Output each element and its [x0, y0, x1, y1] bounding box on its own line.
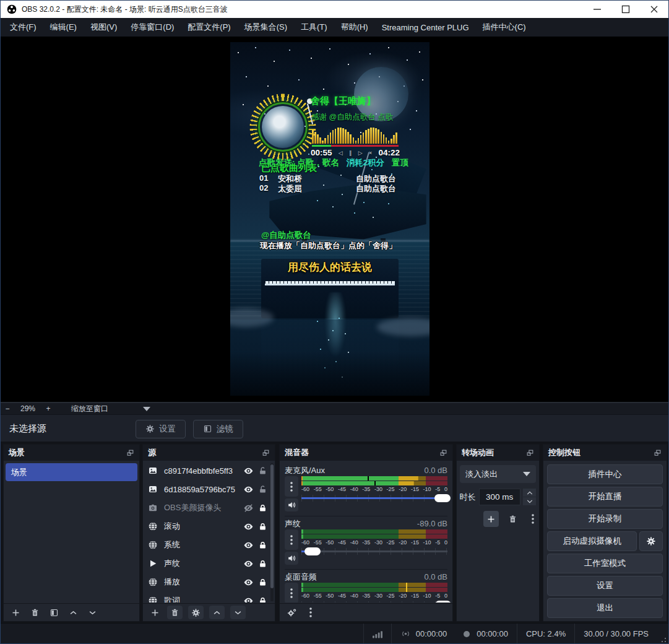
popup-icon[interactable]	[654, 449, 662, 457]
lock-open-icon[interactable]	[256, 466, 270, 476]
popup-icon[interactable]	[526, 449, 534, 457]
menu-view[interactable]: 视图(V)	[84, 18, 124, 37]
volume-slider[interactable]	[301, 600, 447, 603]
remove-transition-button[interactable]	[507, 512, 519, 526]
sources-scrollbar[interactable]	[270, 463, 274, 601]
lock-closed-icon[interactable]	[256, 522, 270, 531]
menu-help[interactable]: 帮助(H)	[334, 18, 375, 37]
transition-menu-button[interactable]	[527, 512, 539, 526]
volume-slider[interactable]	[301, 494, 447, 503]
add-transition-button[interactable]	[483, 511, 499, 527]
lock-open-icon[interactable]	[256, 485, 270, 494]
start-streaming-button[interactable]: 开始直播	[547, 487, 663, 507]
visibility-icon[interactable]	[241, 466, 256, 476]
menu-docks[interactable]: 停靠窗口(D)	[124, 18, 181, 37]
remove-source-button[interactable]	[167, 606, 183, 619]
duration-increase-button[interactable]	[523, 489, 536, 497]
start-recording-button[interactable]: 开始录制	[547, 509, 663, 529]
move-scene-up-button[interactable]	[66, 606, 80, 619]
source-properties-button[interactable]	[188, 606, 204, 619]
zoom-dropdown-icon[interactable]	[143, 407, 150, 411]
close-button[interactable]	[640, 1, 668, 18]
popup-icon[interactable]	[439, 449, 447, 457]
volume-slider[interactable]	[301, 547, 447, 556]
menu-profile[interactable]: 配置文件(P)	[181, 18, 237, 37]
duration-input[interactable]: 300 ms	[479, 489, 520, 505]
source-row[interactable]: OBS美颜摄像头	[143, 498, 275, 517]
exit-button[interactable]: 退出	[547, 598, 663, 618]
menu-file[interactable]: 文件(F)	[3, 18, 43, 37]
resize-grip[interactable]	[658, 635, 666, 642]
scene-item-selected[interactable]: 场景	[6, 463, 137, 481]
fit-to-window-label[interactable]: 缩放至窗口	[71, 404, 108, 414]
filters-button[interactable]: 滤镜	[193, 420, 243, 438]
lock-closed-icon[interactable]	[256, 596, 270, 603]
plugin-center-button[interactable]: 插件中心	[547, 464, 663, 484]
speaker-icon[interactable]	[285, 552, 298, 565]
remove-scene-button[interactable]	[28, 606, 41, 619]
source-row[interactable]: c8917f4ebbfbfe5ff3	[143, 461, 275, 480]
menu-tools[interactable]: 工具(T)	[294, 18, 334, 37]
speaker-icon[interactable]	[285, 498, 298, 511]
channel-menu-button[interactable]	[285, 583, 298, 603]
duration-decrease-button[interactable]	[523, 497, 536, 505]
visibility-off-icon[interactable]	[241, 503, 256, 513]
mixer-menu-button[interactable]	[304, 606, 317, 619]
move-source-up-button[interactable]	[209, 606, 225, 619]
scenes-panel-header[interactable]: 场景	[4, 445, 139, 461]
visibility-icon[interactable]	[241, 559, 256, 569]
source-row[interactable]: 滚动	[143, 517, 275, 536]
minimize-button[interactable]	[583, 1, 611, 18]
popup-icon[interactable]	[126, 449, 134, 457]
visibility-icon[interactable]	[241, 577, 256, 588]
source-row[interactable]: 歌词	[143, 591, 275, 603]
source-row[interactable]: 6d18859a5796bc75	[143, 480, 275, 498]
add-source-button[interactable]	[148, 606, 162, 619]
overlay-now-user: @自助点歌台	[261, 230, 311, 241]
controls-panel-header[interactable]: 控制按钮	[543, 445, 667, 461]
lock-closed-icon[interactable]	[256, 578, 270, 587]
add-scene-button[interactable]	[9, 606, 22, 619]
move-source-down-button[interactable]	[230, 606, 246, 619]
maximize-button[interactable]	[611, 1, 640, 18]
zoom-in-button[interactable]: +	[41, 404, 55, 413]
button-label: 启动虚拟摄像机	[563, 536, 621, 547]
scene-filters-button[interactable]	[47, 606, 61, 619]
menu-streaming-center[interactable]: Streaming Center PLUG	[375, 18, 476, 37]
volume-slider-handle[interactable]	[435, 601, 451, 603]
source-row[interactable]: 系统	[143, 536, 275, 554]
titlebar[interactable]: OBS 32.0.2 - 配置文件: 未命名 - 场景: 听云通用S点歌台三音波	[1, 1, 668, 18]
globe-icon	[148, 577, 158, 587]
menu-edit[interactable]: 编辑(E)	[43, 18, 84, 37]
lock-closed-icon[interactable]	[256, 559, 270, 568]
transitions-panel-header[interactable]: 转场动画	[457, 445, 539, 461]
channel-db: -89.0 dB	[417, 519, 447, 528]
volume-slider-handle[interactable]	[434, 494, 451, 502]
volume-slider-handle[interactable]	[304, 547, 321, 555]
visibility-icon[interactable]	[241, 521, 256, 532]
channel-menu-button[interactable]	[285, 476, 298, 497]
visibility-icon[interactable]	[241, 540, 256, 550]
mixer-panel-header[interactable]: 混音器	[280, 445, 452, 461]
menu-scene-collection[interactable]: 场景集合(S)	[238, 18, 294, 37]
visibility-icon[interactable]	[241, 596, 256, 603]
move-scene-down-button[interactable]	[85, 606, 99, 619]
advanced-audio-button[interactable]	[285, 606, 298, 619]
lock-closed-icon[interactable]	[256, 503, 270, 513]
popup-icon[interactable]	[262, 449, 270, 457]
source-row[interactable]: 播放	[143, 573, 275, 591]
channel-menu-button[interactable]	[285, 529, 298, 550]
source-row[interactable]: 声纹	[143, 554, 275, 573]
zoom-out-button[interactable]: −	[1, 404, 14, 413]
start-virtual-camera-button[interactable]: 启动虚拟摄像机	[547, 531, 637, 551]
menu-plugin-center[interactable]: 插件中心(C)	[476, 18, 533, 37]
properties-button[interactable]: 设置	[136, 420, 186, 438]
virtual-camera-settings-button[interactable]	[639, 531, 663, 551]
sources-panel-header[interactable]: 源	[143, 445, 275, 461]
preview-canvas[interactable]: 舍得【王唯旖】 感谢 @自助点歌台 点歌 00:55 ◁ ∥ ▷ × 04:22…	[1, 37, 668, 402]
visibility-icon[interactable]	[241, 484, 256, 495]
settings-button[interactable]: 设置	[547, 576, 663, 596]
transition-select[interactable]: 淡入淡出	[460, 465, 536, 483]
studio-mode-button[interactable]: 工作室模式	[547, 554, 663, 573]
lock-closed-icon[interactable]	[256, 541, 270, 550]
